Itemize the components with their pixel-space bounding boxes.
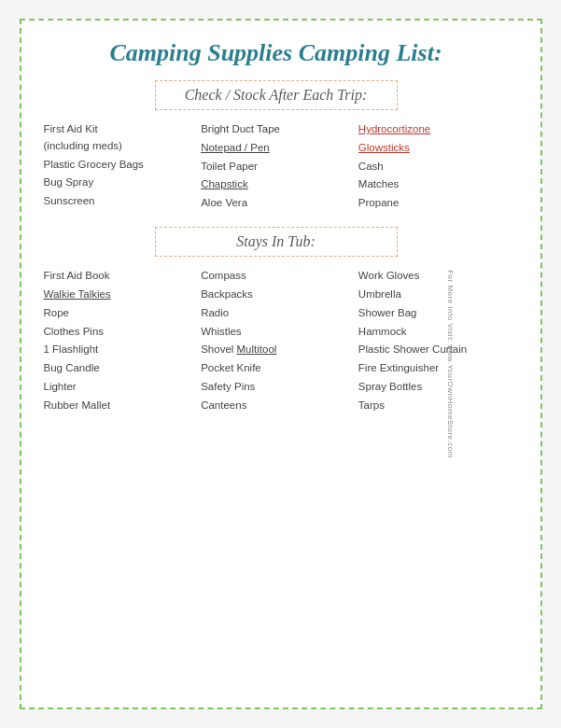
list-item: First Aid Book [44,268,194,285]
list-item: Glowsticks [358,140,509,157]
section1-columns: First Aid Kit(including meds) Plastic Gr… [40,121,512,214]
list-item: Compass [201,268,351,285]
list-item: Fire Extinguisher [358,360,509,377]
section2-col1: First Aid Book Walkie Talkies Rope Cloth… [40,268,198,416]
list-item: Clothes Pins [44,324,194,341]
section2-columns: First Aid Book Walkie Talkies Rope Cloth… [40,268,512,416]
list-item: Aloe Vera [201,195,351,212]
section1-header-wrapper: Check / Stock After Each Trip: [40,80,512,110]
section1-header-box: Check / Stock After Each Trip: [155,80,398,110]
section1-header-text: Check / Stock After Each Trip: [185,87,368,103]
section2-header-text: Stays In Tub: [236,233,315,249]
section2-header-box: Stays In Tub: [155,227,398,257]
section2-header-wrapper: Stays In Tub: [40,227,512,257]
list-item: Rubber Mallet [44,398,194,414]
list-item: Bug Spray [44,175,194,191]
list-item: Safety Pins [201,379,351,396]
section1-col2: Bright Duct Tape Notepad / Pen Toilet Pa… [197,121,355,214]
list-item: 1 Flashlight [44,342,194,358]
list-item: Plastic Shower Curtain [358,342,509,358]
list-item: Spray Bottles [358,379,509,396]
list-item: Sunscreen [44,193,194,210]
list-item: Matches [358,176,509,193]
section2: Stays In Tub: First Aid Book Walkie Talk… [40,227,512,416]
list-item: Backpacks [201,287,351,303]
main-page: Camping Supplies Camping List: Check / S… [20,19,542,709]
list-item: Lighter [44,379,194,396]
page-title: Camping Supplies Camping List: [40,39,512,67]
list-item: Rope [44,305,194,322]
list-item: Hydrocortizone [358,121,509,138]
list-item: Radio [201,305,351,322]
list-item: Shovel Multitool [201,342,351,358]
list-item: Bug Candle [44,360,194,377]
list-item: Tarps [358,398,509,414]
list-item: Plastic Grocery Bags [44,157,194,174]
section2-col2: Compass Backpacks Radio Whistles Shovel … [197,268,355,416]
list-item: First Aid Kit(including meds) [44,121,194,155]
list-item: Walkie Talkies [44,287,194,303]
side-text: For More Info Visit: www.YourOwnHomeStor… [446,270,455,458]
list-item: Pocket Knife [201,360,351,377]
section1: Check / Stock After Each Trip: First Aid… [40,80,512,214]
list-item: Hammock [358,324,509,341]
list-item: Canteens [201,398,351,414]
list-item: Propane [358,195,509,212]
list-item: Umbrella [358,287,509,303]
list-item: Cash [358,159,509,175]
list-item: Chapstick [201,176,351,193]
list-item: Shower Bag [358,305,509,322]
list-item: Notepad / Pen [201,140,351,157]
list-item: Toilet Paper [201,159,351,175]
list-item: Work Gloves [358,268,509,285]
section1-col3: Hydrocortizone Glowsticks Cash Matches P… [355,121,512,214]
section1-col1: First Aid Kit(including meds) Plastic Gr… [40,121,198,214]
list-item: Bright Duct Tape [201,121,351,138]
list-item: Whistles [201,324,351,341]
section2-col3: Work Gloves Umbrella Shower Bag Hammock … [355,268,512,416]
